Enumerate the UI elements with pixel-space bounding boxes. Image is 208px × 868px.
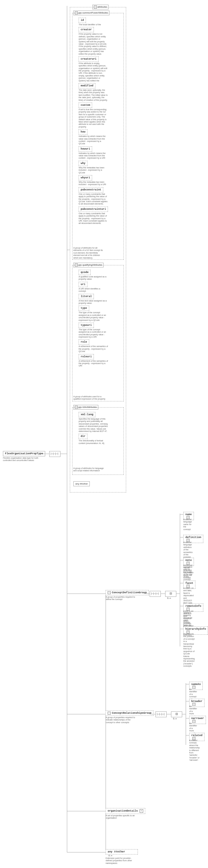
attr-howuri: howuri xyxy=(79,146,92,152)
attr-creatoruri: creatoruri xyxy=(79,56,99,62)
concept-definition-group: − ConceptDefinitionGroup xyxy=(106,590,149,595)
i18n-footer: A group of attributes for language and s… xyxy=(73,467,106,472)
sequence-icon xyxy=(49,451,61,457)
any-other-attr: any ##other xyxy=(73,481,90,486)
root-type-box: FlexOrganisationPropType xyxy=(3,451,45,456)
org-details-desc: A set of properties specific to an organ… xyxy=(106,814,138,819)
attr-modified: modified xyxy=(79,83,95,88)
concept-rel-desc: A group of properties required to indica… xyxy=(106,716,138,724)
attr-uri: uri xyxy=(79,282,88,287)
attr-role: role xyxy=(79,339,89,345)
attr-dir: dir xyxy=(79,434,88,439)
attr-how: how xyxy=(79,129,88,134)
attr-whyuri: whyuri xyxy=(79,175,92,180)
common-footer: A group of attributes for all elements o… xyxy=(73,247,106,259)
attr-xml-lang: xml:lang xyxy=(79,412,95,417)
attr-custom: custom xyxy=(79,102,92,108)
root-label: FlexOrganisationPropType xyxy=(5,452,43,455)
sequence-icon xyxy=(155,711,167,717)
attr-id: id xyxy=(79,18,86,23)
attr-roleuri: roleuri xyxy=(79,354,94,360)
attr-qcode: qcode xyxy=(79,270,91,275)
attr-type: type xyxy=(79,306,89,311)
qual-footer: A group of attributes used for a qualifi… xyxy=(73,396,106,401)
attr-pubconstraint: pubconstraint xyxy=(79,187,103,192)
concept-relationships-group: − ConceptRelationshipsGroup xyxy=(106,711,153,716)
attr-literal: literal xyxy=(79,294,94,299)
root-desc: Flexible organisation data type for both… xyxy=(3,457,41,462)
sequence-icon xyxy=(150,591,161,597)
any-other-extension: any ##other xyxy=(106,849,138,855)
attr-creator: creator xyxy=(79,27,94,32)
choice-icon xyxy=(171,711,182,717)
organisation-details: organisationDetails + xyxy=(106,808,145,814)
concept-def-desc: A group of properties required to define… xyxy=(106,596,138,601)
attr-typeuri: typeuri xyxy=(79,322,94,328)
choice-icon xyxy=(165,591,176,597)
attr-why: why xyxy=(79,161,88,166)
attr-pubconstrainturi: pubconstrainturi xyxy=(79,207,108,212)
ext-any-desc: Extension point for provider-defined pro… xyxy=(106,857,138,865)
